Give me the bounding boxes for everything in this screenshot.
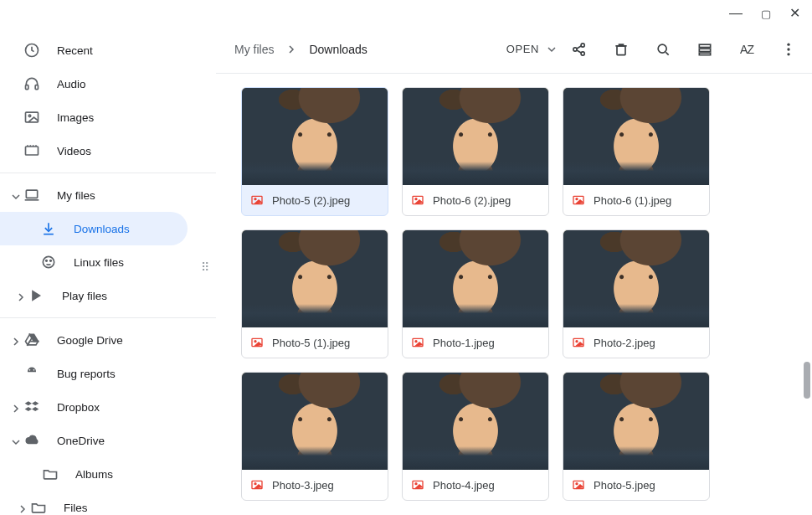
onedrive-icon (23, 432, 40, 449)
file-name: Photo-3.jpeg (272, 479, 334, 492)
sidebar-item-audio[interactable]: Audio (0, 67, 216, 100)
list-view-icon[interactable] (696, 41, 713, 58)
sidebar-item-label: Google Drive (57, 334, 123, 347)
caret-down-icon (547, 45, 556, 54)
sidebar-item-label: My files (57, 189, 95, 202)
svg-rect-18 (699, 49, 710, 51)
sidebar-item-gdrive[interactable]: Google Drive (0, 323, 216, 357)
sidebar-item-label: Videos (57, 145, 91, 157)
file-caption: Photo-6 (1).jpeg (563, 185, 709, 215)
delete-icon[interactable] (613, 41, 630, 58)
scrollbar-thumb[interactable] (804, 362, 810, 399)
sidebar-item-playfiles[interactable]: Play files (0, 279, 216, 312)
sidebar-item-files[interactable]: Files (0, 491, 216, 515)
file-caption: Photo-5 (1).jpeg (242, 327, 388, 358)
drag-handle-icon[interactable]: ⠿ (201, 265, 211, 270)
share-icon[interactable] (571, 41, 588, 58)
svg-rect-6 (26, 190, 37, 198)
sidebar-item-label: Linux files (74, 256, 124, 269)
google-drive-icon (23, 332, 40, 348)
video-icon (23, 142, 40, 159)
file-card[interactable]: Photo-6 (2).jpeg (402, 87, 549, 216)
folder-icon (42, 466, 59, 482)
svg-point-32 (415, 341, 417, 342)
svg-point-40 (576, 483, 578, 485)
file-card[interactable]: Photo-5 (1).jpeg (241, 229, 388, 358)
svg-rect-15 (617, 45, 625, 54)
file-card[interactable]: Photo-5.jpeg (563, 372, 710, 501)
svg-point-22 (787, 53, 789, 55)
search-icon[interactable] (655, 41, 671, 58)
file-card[interactable]: Photo-4.jpeg (402, 372, 549, 501)
image-file-icon (572, 193, 585, 207)
sidebar-item-linux[interactable]: Linux files (0, 245, 216, 279)
divider (0, 317, 216, 318)
image-file-icon (411, 336, 424, 349)
breadcrumb-current[interactable]: Downloads (309, 43, 367, 56)
sidebar-item-recent[interactable]: Recent (0, 33, 216, 67)
svg-rect-3 (26, 112, 39, 122)
sidebar-item-images[interactable]: Images (0, 100, 216, 134)
sidebar-item-label: Downloads (74, 223, 130, 235)
open-button-label: OPEN (506, 43, 539, 55)
svg-rect-2 (35, 85, 38, 90)
minimize-button[interactable]: — (729, 7, 743, 20)
image-file-icon (572, 478, 585, 492)
caret-right-icon (13, 291, 28, 300)
clock-icon (23, 42, 40, 59)
folder-icon (30, 499, 47, 515)
caret-down-icon (8, 436, 23, 445)
sidebar-item-label: Recent (57, 44, 93, 57)
toolbar-actions: AZ (571, 41, 797, 58)
svg-rect-19 (699, 53, 710, 54)
more-menu-icon[interactable] (780, 41, 797, 58)
sidebar-item-label: Bug reports (57, 368, 116, 380)
breadcrumb: My files Downloads (234, 43, 367, 56)
laptop-icon (23, 187, 40, 203)
file-card[interactable]: Photo-2.jpeg (563, 229, 710, 358)
sidebar-item-albums[interactable]: Albums (0, 457, 216, 491)
file-caption: Photo-1.jpeg (403, 327, 548, 358)
sidebar-item-label: Images (57, 111, 94, 124)
file-card[interactable]: Photo-3.jpeg (241, 372, 388, 501)
svg-point-26 (415, 198, 417, 200)
svg-point-11 (33, 369, 35, 371)
file-name: Photo-6 (1).jpeg (594, 194, 671, 207)
open-button[interactable]: OPEN (506, 43, 556, 55)
svg-point-7 (43, 256, 54, 267)
sidebar-item-label: Play files (62, 290, 107, 302)
sort-az-icon[interactable]: AZ (738, 41, 755, 58)
svg-point-21 (787, 48, 789, 50)
file-thumbnail (563, 88, 709, 185)
sidebar-item-label: Audio (57, 78, 86, 90)
dropbox-icon (23, 399, 40, 415)
file-thumbnail (403, 88, 548, 185)
sidebar-item-myfiles[interactable]: My files (0, 178, 216, 212)
close-button[interactable]: ✕ (789, 7, 800, 20)
play-store-icon (28, 287, 45, 304)
image-icon (23, 109, 40, 126)
sort-label: AZ (740, 43, 753, 56)
svg-point-16 (658, 44, 666, 53)
sidebar-item-onedrive[interactable]: OneDrive (0, 424, 216, 457)
breadcrumb-root[interactable]: My files (234, 43, 274, 56)
file-card[interactable]: Photo-1.jpeg (402, 229, 549, 358)
sidebar-item-downloads[interactable]: Downloads (0, 212, 188, 245)
file-name: Photo-1.jpeg (433, 337, 495, 349)
sidebar-item-label: Files (64, 502, 88, 514)
image-file-icon (572, 336, 585, 349)
sidebar-item-dropbox[interactable]: Dropbox (0, 390, 216, 424)
image-file-icon (411, 478, 424, 492)
file-caption: Photo-4.jpeg (403, 470, 548, 500)
maximize-button[interactable]: ▢ (761, 8, 771, 19)
download-icon (40, 220, 57, 237)
file-card[interactable]: Photo-6 (1).jpeg (563, 87, 710, 216)
svg-rect-1 (26, 85, 28, 90)
sidebar-item-bugreports[interactable]: Bug reports (0, 357, 216, 390)
file-grid-container[interactable]: Photo-5 (2).jpegPhoto-6 (2).jpegPhoto-6 … (216, 74, 812, 515)
svg-point-30 (254, 341, 256, 342)
window-controls: — ▢ ✕ (729, 7, 800, 20)
sidebar-item-videos[interactable]: Videos (0, 134, 216, 167)
file-card[interactable]: Photo-5 (2).jpeg (241, 87, 388, 216)
file-thumbnail (242, 373, 388, 470)
